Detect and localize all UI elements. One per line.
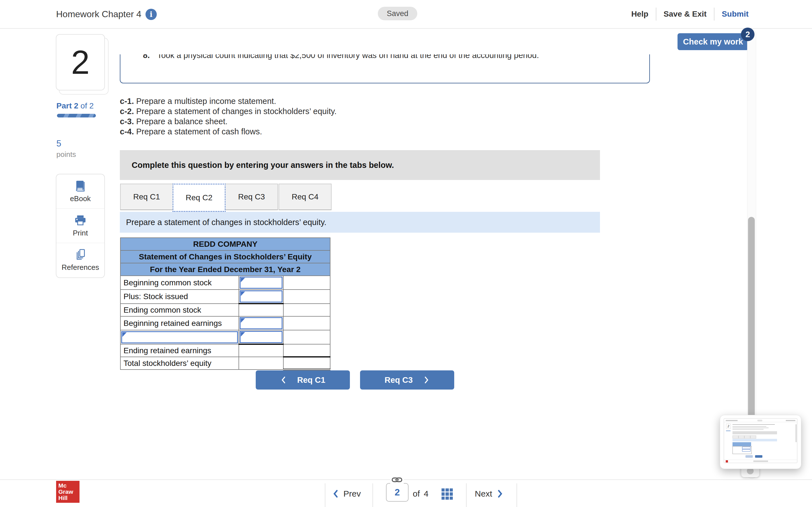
amount-cell [239, 316, 283, 330]
amount-cell [239, 344, 283, 357]
amount-cell [283, 276, 330, 290]
amount-cell [283, 330, 330, 344]
requirements-list: c-1.Prepare a multistep income statement… [120, 96, 337, 136]
row-label: Beginning common stock [120, 276, 239, 290]
printer-icon [74, 214, 87, 227]
divider [516, 483, 517, 507]
transaction-item-8: 8.Took a physical count indicating that … [143, 54, 539, 60]
info-icon[interactable]: i [146, 9, 157, 20]
pager-bar: Mc Graw Hill Prev 2 of 4 [0, 480, 812, 507]
next-page-button[interactable]: Next [475, 480, 503, 507]
points-value: 5 [56, 138, 61, 149]
divider [325, 483, 325, 507]
top-bar: Homework Chapter 4 i Saved Help Save & E… [0, 0, 812, 29]
table-title-period: For the Year Ended December 31, Year 2 [120, 263, 330, 276]
equity-statement-table: REDD COMPANY Statement of Changes in Sto… [120, 237, 331, 371]
answer-input[interactable] [240, 331, 283, 343]
save-exit-button[interactable]: Save & Exit [664, 10, 707, 18]
row-label: Ending retained earnings [120, 344, 239, 357]
mini-page: 2 [724, 418, 797, 463]
connect-homework-page: Homework Chapter 4 i Saved Help Save & E… [0, 0, 812, 507]
answer-input[interactable] [240, 277, 283, 289]
table-row: Beginning retained earnings [120, 316, 330, 330]
amount-cell [283, 304, 330, 316]
amount-cell [283, 290, 330, 304]
amount-cell [239, 330, 283, 344]
references-button[interactable]: References [56, 243, 104, 277]
row-label: Ending common stock [120, 304, 239, 316]
tool-label: Print [73, 229, 88, 237]
label-answer-input[interactable] [121, 331, 238, 343]
prompt-banner: Prepare a statement of changes in stockh… [120, 212, 600, 233]
amount-cell [283, 316, 330, 330]
check-my-work-button[interactable]: Check my work [677, 33, 749, 50]
divider [372, 483, 373, 507]
ebook-button[interactable]: eBook [56, 174, 104, 209]
row-label-cell [120, 330, 239, 344]
table-row [120, 330, 330, 344]
submit-button[interactable]: Submit [722, 10, 749, 18]
row-label: Plus: Stock issued [120, 290, 239, 304]
requirement-item: c-4.Prepare a statement of cash flows. [120, 126, 337, 136]
tab-req-c1[interactable]: Req C1 [120, 184, 173, 210]
table-row: Total stockholders’ equity [120, 357, 330, 370]
table-row: Ending retained earnings [120, 344, 330, 357]
amount-cell [283, 344, 330, 357]
instruction-banner: Complete this question by entering your … [120, 150, 600, 180]
part-progress-bar [57, 114, 96, 117]
answer-input[interactable] [240, 317, 283, 329]
flag-marker-icon [241, 291, 245, 296]
table-title-company: REDD COMPANY [120, 238, 330, 250]
requirement-item: c-3.Prepare a balance sheet. [120, 116, 337, 126]
resource-tools-card: eBook Print References [56, 174, 105, 278]
table-row: Ending common stock [120, 304, 330, 316]
page-number-input[interactable]: 2 [386, 483, 409, 502]
question-number-card: 2 [56, 34, 105, 91]
transaction-list-box: 8.Took a physical count indicating that … [120, 54, 650, 83]
chevron-left-icon [333, 490, 338, 498]
help-button[interactable]: Help [631, 10, 649, 18]
amount-cell [239, 276, 283, 290]
page-preview-thumbnail[interactable]: 2 [720, 415, 801, 469]
table-row: Plus: Stock issued [120, 290, 330, 304]
question-map-button[interactable] [442, 489, 453, 500]
amount-cell [283, 357, 330, 370]
requirement-tabs: Req C1 Req C2 Req C3 Req C4 [120, 184, 331, 212]
flag-marker-icon [241, 318, 245, 323]
check-attempts-badge: 2 [741, 27, 755, 41]
divider [714, 8, 714, 20]
page-title: Homework Chapter 4 [56, 0, 141, 28]
tab-req-c2[interactable]: Req C2 [172, 184, 225, 212]
table-title-statement: Statement of Changes in Stockholders’ Eq… [120, 250, 330, 263]
points-label: points [56, 150, 76, 159]
amount-cell [239, 290, 283, 304]
flag-marker-icon [122, 332, 126, 337]
answer-input[interactable] [240, 290, 283, 302]
requirement-item: c-2.Prepare a statement of changes in st… [120, 106, 337, 116]
prev-page-button[interactable]: Prev [333, 480, 361, 507]
tab-req-c3[interactable]: Req C3 [225, 184, 278, 210]
top-actions: Help Save & Exit Submit [631, 0, 749, 28]
tool-label: eBook [70, 194, 91, 203]
chevron-right-icon [497, 490, 503, 498]
book-icon [74, 180, 87, 193]
amount-cell [239, 357, 283, 370]
divider [656, 8, 656, 20]
chevron-left-icon [280, 376, 287, 385]
prev-req-button[interactable]: Req C1 [256, 371, 350, 390]
table-row: Beginning common stock [120, 276, 330, 290]
chevron-right-icon [423, 376, 430, 385]
tool-label: References [62, 263, 99, 272]
tab-req-c4[interactable]: Req C4 [278, 184, 332, 210]
references-icon [74, 248, 87, 262]
row-label: Beginning retained earnings [120, 316, 239, 330]
flag-marker-icon [241, 278, 245, 282]
part-progress-label: Part 2 of 2 [56, 101, 94, 110]
mcgraw-hill-logo: Mc Graw Hill [56, 481, 80, 503]
link-icon [390, 476, 404, 485]
print-button[interactable]: Print [56, 209, 104, 243]
save-status-badge: Saved [378, 7, 417, 20]
next-req-button[interactable]: Req C3 [360, 371, 454, 390]
requirement-item: c-1.Prepare a multistep income statement… [120, 96, 337, 106]
flag-marker-icon [241, 332, 245, 337]
